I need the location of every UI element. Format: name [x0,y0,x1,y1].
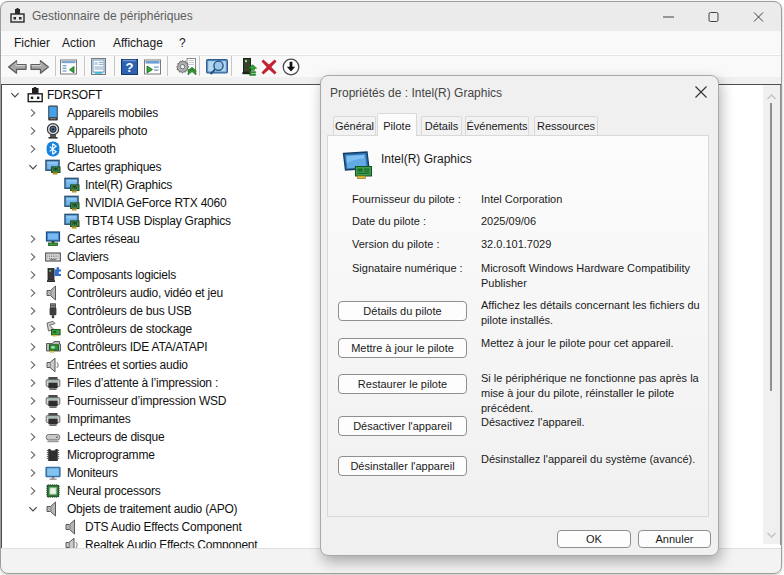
svg-text:?: ? [126,60,134,75]
